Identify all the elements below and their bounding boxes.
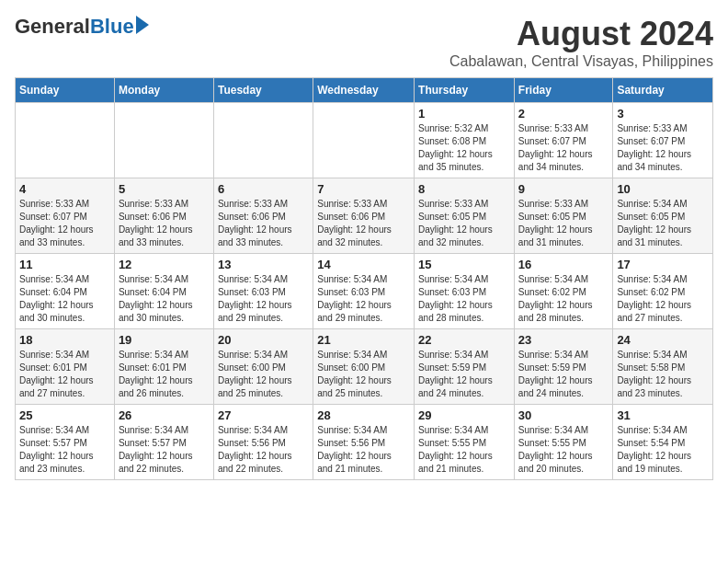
- header-wednesday: Wednesday: [313, 78, 415, 103]
- cell-day-number: 20: [218, 333, 309, 347]
- cell-day-number: 27: [218, 408, 309, 422]
- cell-day-number: 2: [518, 107, 609, 121]
- cell-day-number: 17: [617, 258, 709, 271]
- calendar-cell: 17Sunrise: 5:34 AM Sunset: 6:02 PM Dayli…: [613, 254, 713, 329]
- calendar-cell: 23Sunrise: 5:34 AM Sunset: 5:59 PM Dayli…: [514, 329, 613, 405]
- week-row-3: 11Sunrise: 5:34 AM Sunset: 6:04 PM Dayli…: [16, 254, 713, 329]
- cell-day-number: 8: [418, 182, 510, 196]
- calendar-cell: 1Sunrise: 5:32 AM Sunset: 6:08 PM Daylig…: [415, 103, 515, 178]
- calendar-cell: 22Sunrise: 5:34 AM Sunset: 5:59 PM Dayli…: [415, 329, 515, 405]
- calendar-cell: 19Sunrise: 5:34 AM Sunset: 6:01 PM Dayli…: [114, 329, 213, 405]
- cell-day-number: 19: [119, 333, 210, 347]
- logo-blue: Blue: [90, 15, 134, 39]
- cell-day-number: 15: [418, 258, 510, 271]
- calendar-cell: 9Sunrise: 5:33 AM Sunset: 6:05 PM Daylig…: [514, 178, 613, 254]
- cell-day-number: 14: [317, 258, 410, 271]
- calendar-cell: 26Sunrise: 5:34 AM Sunset: 5:57 PM Dayli…: [114, 405, 213, 480]
- cell-day-number: 12: [119, 258, 210, 271]
- cell-day-number: 5: [119, 182, 210, 196]
- calendar-header-row: SundayMondayTuesdayWednesdayThursdayFrid…: [16, 78, 713, 103]
- cell-info: Sunrise: 5:34 AM Sunset: 6:03 PM Dayligh…: [418, 273, 510, 325]
- calendar-cell: 20Sunrise: 5:34 AM Sunset: 6:00 PM Dayli…: [213, 329, 313, 405]
- cell-info: Sunrise: 5:34 AM Sunset: 6:01 PM Dayligh…: [19, 349, 110, 400]
- cell-info: Sunrise: 5:34 AM Sunset: 5:58 PM Dayligh…: [617, 349, 709, 400]
- cell-info: Sunrise: 5:33 AM Sunset: 6:06 PM Dayligh…: [119, 198, 210, 249]
- header-sunday: Sunday: [16, 78, 115, 103]
- cell-day-number: 22: [418, 333, 510, 347]
- cell-info: Sunrise: 5:33 AM Sunset: 6:07 PM Dayligh…: [617, 122, 709, 174]
- cell-info: Sunrise: 5:34 AM Sunset: 5:59 PM Dayligh…: [518, 349, 609, 400]
- cell-info: Sunrise: 5:34 AM Sunset: 6:04 PM Dayligh…: [19, 273, 110, 325]
- calendar-cell: [114, 103, 213, 178]
- title-block: August 2024 Cabalawan, Central Visayas, …: [449, 15, 713, 70]
- page-header: General Blue August 2024 Cabalawan, Cent…: [15, 15, 713, 70]
- cell-info: Sunrise: 5:34 AM Sunset: 5:55 PM Dayligh…: [518, 424, 609, 476]
- calendar-cell: 30Sunrise: 5:34 AM Sunset: 5:55 PM Dayli…: [514, 405, 613, 480]
- cell-day-number: 13: [218, 258, 309, 271]
- header-monday: Monday: [114, 78, 213, 103]
- calendar-cell: [16, 103, 115, 178]
- cell-day-number: 7: [317, 182, 410, 196]
- calendar-cell: 4Sunrise: 5:33 AM Sunset: 6:07 PM Daylig…: [16, 178, 115, 254]
- cell-info: Sunrise: 5:34 AM Sunset: 5:57 PM Dayligh…: [119, 424, 210, 476]
- cell-info: Sunrise: 5:34 AM Sunset: 5:56 PM Dayligh…: [317, 424, 410, 476]
- cell-day-number: 31: [617, 408, 709, 422]
- cell-info: Sunrise: 5:34 AM Sunset: 6:00 PM Dayligh…: [218, 349, 309, 400]
- calendar-cell: 2Sunrise: 5:33 AM Sunset: 6:07 PM Daylig…: [514, 103, 613, 178]
- calendar-cell: 28Sunrise: 5:34 AM Sunset: 5:56 PM Dayli…: [313, 405, 415, 480]
- cell-info: Sunrise: 5:34 AM Sunset: 5:56 PM Dayligh…: [218, 424, 309, 476]
- cell-info: Sunrise: 5:33 AM Sunset: 6:06 PM Dayligh…: [218, 198, 309, 249]
- cell-day-number: 1: [418, 107, 510, 121]
- calendar-cell: 27Sunrise: 5:34 AM Sunset: 5:56 PM Dayli…: [213, 405, 313, 480]
- cell-info: Sunrise: 5:34 AM Sunset: 5:54 PM Dayligh…: [617, 424, 709, 476]
- cell-day-number: 9: [518, 182, 609, 196]
- cell-info: Sunrise: 5:34 AM Sunset: 6:01 PM Dayligh…: [119, 349, 210, 400]
- calendar-cell: 15Sunrise: 5:34 AM Sunset: 6:03 PM Dayli…: [415, 254, 515, 329]
- cell-day-number: 18: [19, 333, 110, 347]
- calendar-cell: 21Sunrise: 5:34 AM Sunset: 6:00 PM Dayli…: [313, 329, 415, 405]
- cell-info: Sunrise: 5:33 AM Sunset: 6:05 PM Dayligh…: [418, 198, 510, 249]
- cell-day-number: 23: [518, 333, 609, 347]
- cell-info: Sunrise: 5:34 AM Sunset: 6:03 PM Dayligh…: [317, 273, 410, 325]
- calendar-cell: 25Sunrise: 5:34 AM Sunset: 5:57 PM Dayli…: [16, 405, 115, 480]
- cell-info: Sunrise: 5:34 AM Sunset: 6:04 PM Dayligh…: [119, 273, 210, 325]
- cell-day-number: 4: [19, 182, 110, 196]
- cell-day-number: 6: [218, 182, 309, 196]
- logo-general: General: [15, 15, 90, 39]
- page-subtitle: Cabalawan, Central Visayas, Philippines: [449, 53, 713, 70]
- cell-day-number: 11: [19, 258, 110, 271]
- cell-day-number: 28: [317, 408, 410, 422]
- calendar-cell: 7Sunrise: 5:33 AM Sunset: 6:06 PM Daylig…: [313, 178, 415, 254]
- logo: General Blue: [15, 15, 149, 39]
- calendar-cell: 18Sunrise: 5:34 AM Sunset: 6:01 PM Dayli…: [16, 329, 115, 405]
- cell-day-number: 21: [317, 333, 410, 347]
- logo-arrow-icon: [136, 16, 149, 34]
- calendar-cell: 16Sunrise: 5:34 AM Sunset: 6:02 PM Dayli…: [514, 254, 613, 329]
- calendar-cell: 13Sunrise: 5:34 AM Sunset: 6:03 PM Dayli…: [213, 254, 313, 329]
- calendar-cell: 31Sunrise: 5:34 AM Sunset: 5:54 PM Dayli…: [613, 405, 713, 480]
- cell-info: Sunrise: 5:33 AM Sunset: 6:07 PM Dayligh…: [518, 122, 609, 174]
- cell-day-number: 30: [518, 408, 609, 422]
- calendar-cell: 24Sunrise: 5:34 AM Sunset: 5:58 PM Dayli…: [613, 329, 713, 405]
- calendar-cell: 11Sunrise: 5:34 AM Sunset: 6:04 PM Dayli…: [16, 254, 115, 329]
- cell-day-number: 16: [518, 258, 609, 271]
- cell-info: Sunrise: 5:34 AM Sunset: 5:59 PM Dayligh…: [418, 349, 510, 400]
- cell-day-number: 3: [617, 107, 709, 121]
- calendar-cell: 3Sunrise: 5:33 AM Sunset: 6:07 PM Daylig…: [613, 103, 713, 178]
- cell-info: Sunrise: 5:34 AM Sunset: 5:55 PM Dayligh…: [418, 424, 510, 476]
- cell-info: Sunrise: 5:34 AM Sunset: 6:02 PM Dayligh…: [518, 273, 609, 325]
- week-row-2: 4Sunrise: 5:33 AM Sunset: 6:07 PM Daylig…: [16, 178, 713, 254]
- cell-day-number: 26: [119, 408, 210, 422]
- cell-info: Sunrise: 5:34 AM Sunset: 6:02 PM Dayligh…: [617, 273, 709, 325]
- calendar-cell: 29Sunrise: 5:34 AM Sunset: 5:55 PM Dayli…: [415, 405, 515, 480]
- cell-info: Sunrise: 5:33 AM Sunset: 6:05 PM Dayligh…: [518, 198, 609, 249]
- header-saturday: Saturday: [613, 78, 713, 103]
- calendar-cell: 12Sunrise: 5:34 AM Sunset: 6:04 PM Dayli…: [114, 254, 213, 329]
- week-row-1: 1Sunrise: 5:32 AM Sunset: 6:08 PM Daylig…: [16, 103, 713, 178]
- cell-info: Sunrise: 5:34 AM Sunset: 5:57 PM Dayligh…: [19, 424, 110, 476]
- header-friday: Friday: [514, 78, 613, 103]
- calendar-cell: [213, 103, 313, 178]
- header-tuesday: Tuesday: [213, 78, 313, 103]
- calendar-cell: 5Sunrise: 5:33 AM Sunset: 6:06 PM Daylig…: [114, 178, 213, 254]
- cell-info: Sunrise: 5:34 AM Sunset: 6:05 PM Dayligh…: [617, 198, 709, 249]
